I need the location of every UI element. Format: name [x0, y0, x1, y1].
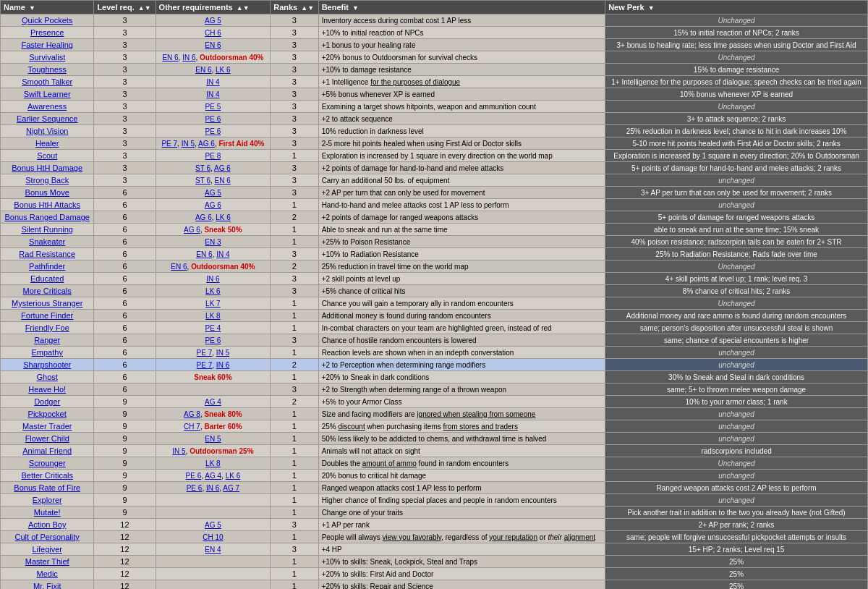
perk-name-link[interactable]: Scrounger [29, 459, 66, 467]
table-row[interactable]: Friendly Foe6PE 41In-combat characters o… [1, 322, 868, 334]
table-row[interactable]: Silent Running6AG 6, Sneak 50%1Able to s… [1, 224, 868, 236]
req-link[interactable]: AG 4 [205, 398, 221, 406]
req-link[interactable]: AG 4 [205, 472, 221, 480]
table-row[interactable]: Awareness3PE 53Examining a target shows … [1, 101, 868, 113]
req-link[interactable]: PE 6 [186, 472, 202, 480]
table-row[interactable]: Strong Back3ST 6, EN 63Carry an addition… [1, 174, 868, 187]
req-link[interactable]: PE 8 [205, 152, 221, 160]
perk-name-link[interactable]: Animal Friend [22, 446, 72, 455]
table-row[interactable]: Ghost6Sneak 60%1+20% to Sneak in dark co… [1, 371, 868, 384]
perk-name-link[interactable]: Lifegiver [32, 545, 62, 554]
perk-name-link[interactable]: Ranger [34, 336, 60, 344]
req-link[interactable]: AG 6 [195, 213, 212, 221]
perk-name-link[interactable]: Medic [37, 569, 58, 578]
req-link[interactable]: AG 5 [205, 189, 221, 197]
perk-name-link[interactable]: Flower Child [25, 434, 69, 443]
req-link[interactable]: IN 4 [206, 78, 219, 86]
req-link[interactable]: PE 4 [205, 324, 221, 332]
table-row[interactable]: Smooth Talker3IN 43+1 Intelligence for t… [1, 76, 868, 88]
req-link[interactable]: PE 6 [205, 127, 221, 135]
perk-name-link[interactable]: Cult of Personality [15, 533, 80, 541]
table-row[interactable]: Sharpshooter6PE 7, IN 62+2 to Perception… [1, 359, 868, 371]
req-link[interactable]: IN 6 [182, 54, 195, 62]
table-row[interactable]: Master Trader9CH 7, Barter 60%125% disco… [1, 420, 868, 433]
perk-name-link[interactable]: Dodger [34, 397, 60, 406]
perk-name-link[interactable]: Smooth Talker [22, 77, 72, 86]
table-row[interactable]: Flower Child9EN 5150% less likely to be … [1, 433, 868, 445]
req-link[interactable]: AG 6 [214, 164, 231, 172]
table-row[interactable]: Fortune Finder6LK 81Additional money is … [1, 310, 868, 322]
req-link[interactable]: IN 6 [206, 484, 219, 492]
table-row[interactable]: Bonus HtH Damage3ST 6, AG 63+2 points of… [1, 162, 868, 174]
req-link[interactable]: AG 6 [184, 226, 200, 234]
perk-name-link[interactable]: Bonus Ranged Damage [4, 213, 89, 221]
req-link[interactable]: LK 7 [205, 300, 221, 308]
table-row[interactable]: Mysterious Stranger6LK 71Chance you will… [1, 297, 868, 310]
req-link[interactable]: EN 3 [205, 238, 221, 246]
req-link[interactable]: EN 6 [215, 177, 231, 185]
table-row[interactable]: Dodger9AG 42+5% to your Armor Class10% t… [1, 396, 868, 408]
req-link[interactable]: EN 4 [205, 546, 221, 554]
table-row[interactable]: Explorer91Higher chance of finding speci… [1, 494, 868, 507]
req-link[interactable]: IN 4 [216, 250, 229, 258]
perk-name-link[interactable]: Bonus HtH Attacks [14, 200, 80, 209]
table-row[interactable]: Pickpocket9AG 8, Sneak 80%1Size and faci… [1, 408, 868, 420]
table-row[interactable]: Earlier Sequence3PE 63+2 to attack seque… [1, 113, 868, 125]
req-link[interactable]: PE 7 [161, 140, 177, 148]
table-row[interactable]: Scrounger9LK 81Doubles the amount of amm… [1, 457, 868, 470]
req-link[interactable]: AG 6 [205, 201, 221, 209]
req-link[interactable]: LK 6 [226, 472, 241, 480]
perk-name-link[interactable]: Faster Healing [21, 41, 73, 49]
req-link[interactable]: CH 6 [205, 29, 221, 37]
perk-name-link[interactable]: Mysterious Stranger [12, 299, 82, 308]
table-row[interactable]: Heave Ho!63+2 to Strength when determing… [1, 384, 868, 396]
req-link[interactable]: LK 8 [205, 459, 221, 467]
table-row[interactable]: Scout3PE 81Exploration is increased by 1… [1, 150, 868, 162]
perk-name-link[interactable]: Presence [30, 28, 64, 37]
req-link[interactable]: EN 5 [205, 435, 221, 443]
perk-name-link[interactable]: Snakeater [29, 237, 65, 246]
perk-name-link[interactable]: Bonus Rate of Fire [14, 483, 80, 492]
req-link[interactable]: AG 5 [205, 521, 221, 529]
perk-name-link[interactable]: Awareness [27, 102, 67, 111]
perk-name-link[interactable]: Educated [30, 274, 64, 283]
table-row[interactable]: Snakeater6EN 31+25% to Poison Resistance… [1, 236, 868, 248]
req-link[interactable]: AG 6 [198, 140, 215, 148]
req-link[interactable]: EN 6 [205, 41, 221, 49]
req-link[interactable]: IN 5 [172, 447, 185, 455]
req-link[interactable]: ST 6 [195, 177, 210, 185]
req-link[interactable]: IN 5 [216, 349, 229, 357]
col-header-benefit[interactable]: Benefit ▼ [318, 1, 605, 14]
req-link[interactable]: EN 6 [162, 54, 178, 62]
req-link[interactable]: CH 7 [184, 423, 200, 431]
perk-name-link[interactable]: Pathfinder [29, 262, 65, 271]
req-link[interactable]: AG 7 [223, 484, 239, 492]
perk-name-link[interactable]: Sharpshooter [23, 360, 71, 369]
perk-name-link[interactable]: Bonus HtH Damage [12, 164, 82, 172]
perk-name-link[interactable]: Toughness [28, 65, 67, 74]
perk-name-link[interactable]: Master Trader [22, 422, 72, 431]
perk-name-link[interactable]: Swift Learner [24, 90, 71, 98]
req-link[interactable]: AG 8 [184, 410, 200, 418]
req-link[interactable]: AG 5 [205, 17, 221, 25]
perk-name-link[interactable]: Survivalist [29, 53, 65, 62]
req-link[interactable]: CH 10 [203, 533, 223, 541]
table-row[interactable]: Survivalist3EN 6, IN 6, Outdoorsman 40%3… [1, 51, 868, 64]
table-row[interactable]: Toughness3EN 6, LK 63+10% to damage resi… [1, 64, 868, 76]
perk-name-link[interactable]: Mutate! [34, 508, 61, 517]
table-row[interactable]: Lifegiver12EN 43+4 HP15+ HP; 2 ranks; Le… [1, 543, 868, 556]
req-link[interactable]: IN 6 [216, 361, 229, 369]
table-row[interactable]: Empathy6PE 7, IN 51Reaction levels are s… [1, 347, 868, 359]
perk-name-link[interactable]: Bonus Move [25, 188, 69, 197]
perk-name-link[interactable]: Rad Resistance [19, 250, 75, 258]
table-row[interactable]: Better Criticals9PE 6, AG 4, LK 6120% bo… [1, 470, 868, 482]
req-link[interactable]: PE 6 [187, 484, 203, 492]
col-header-level[interactable]: Level req. ▲▼ [94, 1, 156, 14]
table-row[interactable]: Swift Learner3IN 43+5% bonus whenever XP… [1, 88, 868, 101]
req-link[interactable]: PE 5 [205, 103, 221, 111]
table-row[interactable]: Animal Friend9IN 5, Outdoorsman 25%1Anim… [1, 445, 868, 457]
col-header-other[interactable]: Other requirements ▲▼ [156, 1, 271, 14]
perk-name-link[interactable]: Mr. Fixit [33, 582, 61, 589]
req-link[interactable]: LK 8 [205, 312, 221, 320]
table-row[interactable]: Bonus Move6AG 53+2 AP per turn that can … [1, 187, 868, 199]
